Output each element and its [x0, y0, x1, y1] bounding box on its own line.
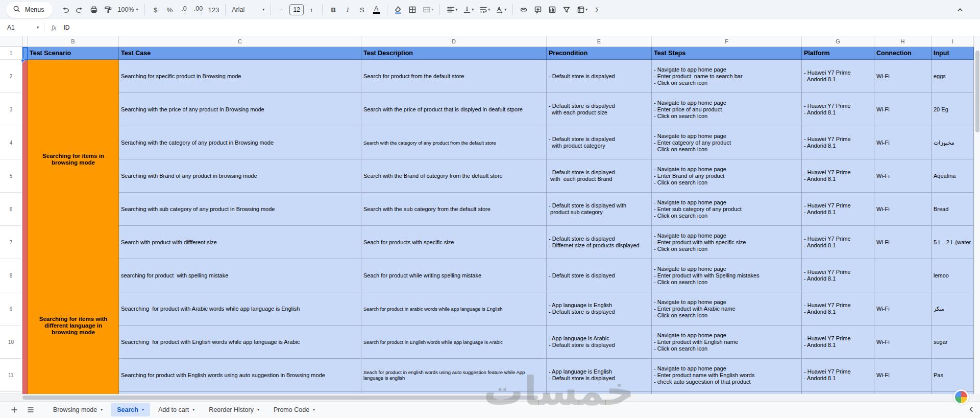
- column-header-F[interactable]: F: [652, 36, 802, 47]
- cell-input[interactable]: 20 Eg: [932, 93, 974, 126]
- cell-A[interactable]: [22, 326, 28, 359]
- horizontal-scrollbar-thumb[interactable]: [22, 396, 538, 400]
- row-number[interactable]: 1: [0, 47, 22, 60]
- cell-test-steps[interactable]: - Navigate to app home page- Enter produ…: [652, 226, 802, 259]
- cell-connection[interactable]: Wi-Fi: [874, 326, 932, 359]
- header-cell-E[interactable]: Precondition: [547, 47, 652, 60]
- text-rotation-icon[interactable]: ▾: [493, 3, 508, 16]
- merge-cells-icon[interactable]: ▾: [420, 3, 435, 16]
- cell-test-steps[interactable]: - Navigate to app home page- Enter catge…: [652, 126, 802, 159]
- cell-test-description[interactable]: Search with the Brand of category from t…: [361, 159, 547, 193]
- cell-connection[interactable]: Wi-Fi: [874, 93, 932, 126]
- header-cell-I[interactable]: Input: [932, 47, 974, 60]
- scenario-group-label[interactable]: Searching for items in browsing mode: [28, 60, 119, 259]
- horizontal-scrollbar[interactable]: [0, 394, 980, 401]
- header-cell-C[interactable]: Test Case: [119, 47, 361, 60]
- cell-precondition[interactable]: - Default store is dispalyed with each p…: [547, 93, 652, 126]
- all-sheets-icon[interactable]: [23, 403, 38, 416]
- cell-precondition[interactable]: - Default store is dispalyed: [547, 60, 652, 93]
- zoom-selector[interactable]: 100%▾: [116, 3, 140, 16]
- cell-connection[interactable]: Wi-Fi: [874, 292, 932, 326]
- row-number[interactable]: 2: [0, 60, 22, 93]
- vertical-align-icon[interactable]: ▾: [460, 3, 476, 16]
- redo-icon[interactable]: [73, 3, 86, 16]
- cell-test-description[interactable]: Seach for products with specific size: [361, 226, 547, 259]
- sheet-tab-search[interactable]: Search▾: [111, 403, 150, 416]
- cell-A[interactable]: [22, 159, 28, 193]
- cell-connection[interactable]: Wi-Fi: [874, 193, 932, 226]
- cell-input[interactable]: سكر: [932, 292, 974, 326]
- fill-color-icon[interactable]: [391, 3, 405, 16]
- paint-format-icon[interactable]: [102, 3, 115, 16]
- cell-platform[interactable]: - Huawei Y7 Prime- Andorid 8.1: [802, 292, 874, 326]
- sheet-tab-reorder-history[interactable]: Reorder History▾: [203, 403, 265, 416]
- text-color-icon[interactable]: A: [370, 3, 383, 16]
- cell-A[interactable]: [22, 226, 28, 259]
- cell-platform[interactable]: - Huawei Y7 Prime- Andorid 8.1: [802, 359, 874, 392]
- cell-precondition[interactable]: - Default store is displayed with produc…: [547, 193, 652, 226]
- vertical-scrollbar[interactable]: [974, 36, 980, 394]
- bold-button[interactable]: B: [327, 3, 340, 16]
- cell-platform[interactable]: - Huawei Y7 Prime- Andorid 8.1: [802, 326, 874, 359]
- cell-connection[interactable]: Wi-Fi: [874, 226, 932, 259]
- functions-button[interactable]: Σ: [591, 3, 604, 16]
- insert-comment-icon[interactable]: [531, 3, 545, 16]
- column-header-C[interactable]: C: [119, 36, 361, 47]
- cell-A[interactable]: [22, 93, 28, 126]
- cell-test-steps[interactable]: - Navigate to app home page- Enter sub c…: [652, 193, 802, 226]
- cell-test-case[interactable]: Seacrching for product with Arabic words…: [119, 292, 361, 326]
- cell-test-case[interactable]: Searching with Brand of any product in b…: [119, 159, 361, 193]
- more-formats-button[interactable]: 123: [206, 3, 222, 16]
- column-header-H[interactable]: H: [874, 36, 932, 47]
- format-currency-button[interactable]: $: [149, 3, 162, 16]
- cell-input[interactable]: مخبوزات: [932, 126, 974, 159]
- italic-button[interactable]: I: [341, 3, 354, 16]
- column-header-G[interactable]: G: [802, 36, 874, 47]
- header-cell-G[interactable]: Platform: [802, 47, 874, 60]
- cell-test-case[interactable]: Seraching with the category of any produ…: [119, 126, 361, 159]
- cell-test-case[interactable]: searching for product with spelling mist…: [119, 259, 361, 292]
- sheet-tab-add-to-cart[interactable]: Add to cart▾: [152, 403, 201, 416]
- cell-test-case[interactable]: Searching with sub category of any produ…: [119, 193, 361, 226]
- decrease-font-size-button[interactable]: −: [275, 3, 288, 16]
- cell-precondition[interactable]: - Default store is displayed with each p…: [547, 159, 652, 193]
- cell-A[interactable]: [22, 193, 28, 226]
- cell-platform[interactable]: - Huawei Y7 Prime- Andorid 8.1: [802, 93, 874, 126]
- cell-input[interactable]: lemoo: [932, 259, 974, 292]
- column-header-B[interactable]: B: [28, 36, 119, 47]
- row-number[interactable]: 7: [0, 226, 22, 259]
- row-number[interactable]: 4: [0, 126, 22, 159]
- menus-search-button[interactable]: Menus: [6, 2, 53, 18]
- header-cell-F[interactable]: Test Steps: [652, 47, 802, 60]
- column-header-D[interactable]: D: [361, 36, 547, 47]
- print-icon[interactable]: [87, 3, 101, 16]
- row-number[interactable]: 9: [0, 292, 22, 326]
- cell-platform[interactable]: - Huawei Y7 Prime- Andorid 8.1: [802, 259, 874, 292]
- cell-test-description[interactable]: Seach for product in english words using…: [361, 359, 547, 392]
- cell-test-description[interactable]: Search for product in English words whil…: [361, 326, 547, 359]
- cell-input[interactable]: Pas: [932, 359, 974, 392]
- header-cell-H[interactable]: Connection: [874, 47, 932, 60]
- column-header-E[interactable]: E: [547, 36, 652, 47]
- cell-platform[interactable]: - Huawei Y7 Prime- Andorid 8.1: [802, 60, 874, 93]
- row-number[interactable]: 3: [0, 93, 22, 126]
- cell-input[interactable]: eggs: [932, 60, 974, 93]
- cell-test-steps[interactable]: - Navigate to app home page- Enter produ…: [652, 359, 802, 392]
- hide-menus-icon[interactable]: [953, 3, 967, 16]
- cell-platform[interactable]: - Huawei Y7 Prime- Andorid 8.1: [802, 159, 874, 193]
- increase-decimal-icon[interactable]: .00→: [192, 3, 205, 16]
- cell-connection[interactable]: Wi-Fi: [874, 159, 932, 193]
- cell-test-steps[interactable]: - Navigate to app home page- Enter produ…: [652, 326, 802, 359]
- cell-test-case[interactable]: Search with product with diffferent size: [119, 226, 361, 259]
- format-percent-button[interactable]: %: [163, 3, 177, 16]
- cell-test-description[interactable]: Search for product in arabic words while…: [361, 292, 547, 326]
- cell-test-steps[interactable]: - Navigate to app home page- Enter price…: [652, 93, 802, 126]
- cell-input[interactable]: Aquafina: [932, 159, 974, 193]
- cell-input[interactable]: Bread: [932, 193, 974, 226]
- horizontal-align-icon[interactable]: ▾: [444, 3, 459, 16]
- cell-precondition[interactable]: - Default store is displayed- Differnet …: [547, 226, 652, 259]
- cell-test-description[interactable]: Search with the sub category from the de…: [361, 193, 547, 226]
- decrease-decimal-icon[interactable]: .0←: [178, 3, 191, 16]
- select-all-corner[interactable]: [0, 36, 22, 47]
- filter-icon[interactable]: [560, 3, 573, 16]
